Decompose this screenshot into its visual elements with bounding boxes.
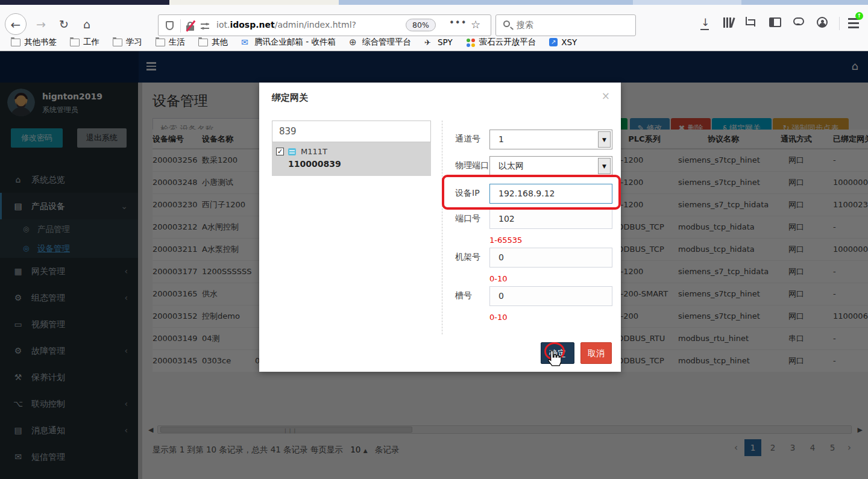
folder-icon [113,39,122,46]
tencent-icon: ✉ [241,39,251,46]
page-actions-icon[interactable]: ••• [449,17,467,28]
permissions-icon[interactable] [201,22,209,30]
field-label-机架号: 机架号 [455,252,480,263]
bookmark-item[interactable]: 学习 [113,37,142,48]
account-icon[interactable] [817,17,828,28]
chat-icon[interactable] [793,17,804,25]
gateway-id: 110000839 [288,159,341,169]
field-label-通道号: 通道号 [455,134,480,145]
insecure-lock-icon[interactable] [186,20,195,31]
field-hint: 0-10 [489,274,508,283]
gateway-name: M111T [301,147,327,156]
toolbar-divider [839,17,840,30]
bind-gateway-modal: 绑定网关 × 839 ✓ M111T 110000839 通道号1▼物理端口以太… [259,83,621,372]
gateway-search-input[interactable]: 839 [272,121,431,142]
urlbar-divider [180,19,181,33]
bookmarks-bar: 其他书签工作学习生活其他✉腾讯企业邮箱 - 收件箱⊕综合管理平台✈SPY萤石云开… [0,33,868,51]
bookmark-label: 生活 [169,37,185,48]
update-badge: ↑ [855,12,863,20]
bookmark-label: 其他 [212,37,228,48]
sidebar-toggle-icon[interactable] [769,17,781,27]
titlebar-light-segment [633,0,741,5]
field-hint: 1-65535 [489,236,522,245]
bookmark-item[interactable]: 其他书签 [11,37,57,48]
input-端口号[interactable]: 102 [489,209,612,229]
modal-divider [442,121,442,334]
field-label-槽号: 槽号 [455,290,472,301]
bookmark-item[interactable]: 其他 [198,37,228,48]
bookmark-label: XSY [561,37,577,47]
dropdown-arrow-icon[interactable]: ▼ [598,158,611,174]
select-物理端口[interactable]: 以太网▼ [489,156,612,176]
bookmark-label: SPY [438,37,453,47]
screenshot-icon[interactable] [743,16,759,31]
folder-icon [70,39,80,46]
cancel-button[interactable]: 取消 [580,342,612,364]
webpage: ⌂ hignton2019 系统管理员 修改密码 退出系统 ⌂系统总览▤产品设备… [0,51,868,479]
bookmark-label: 腾讯企业邮箱 - 收件箱 [254,37,336,48]
bookmark-item[interactable]: ✉腾讯企业邮箱 - 收件箱 [241,37,336,48]
bookmark-label: 综合管理平台 [362,37,411,48]
back-button[interactable]: ← [5,13,27,35]
gateway-icon [288,148,296,155]
bookmark-item[interactable]: 生活 [156,37,185,48]
annotation-highlight-rect [442,175,621,210]
plane-icon: ✈ [424,39,434,46]
titlebar-blue-segment [339,0,868,5]
field-label-端口号: 端口号 [455,213,480,224]
bookmark-item[interactable]: 工作 [70,37,99,48]
zoom-level-badge[interactable]: 80% [406,19,436,31]
bookmark-star-icon[interactable]: ☆ [471,18,480,31]
input-槽号[interactable]: 0 [489,286,612,306]
checkbox-checked-icon[interactable]: ✓ [276,148,284,155]
library-icon[interactable] [720,16,736,31]
folder-icon [11,39,20,46]
dropdown-arrow-icon[interactable]: ▼ [598,131,611,148]
browser-chrome: ← → ↻ ⌂ iot.idosp.net/admin/index.html? … [0,0,868,51]
dots-icon [466,39,476,46]
bookmark-item[interactable]: ✈SPY [424,37,453,47]
close-icon[interactable]: × [602,90,610,102]
titlebar-dark-segment [0,0,169,5]
tracking-shield-icon[interactable] [166,21,174,30]
field-label-物理端口: 物理端口 [455,160,489,171]
xsy-icon: ↗ [549,38,558,46]
browser-home-button[interactable]: ⌂ [77,13,96,35]
window-tab-strip [0,0,868,5]
folder-icon [198,39,208,46]
select-通道号[interactable]: 1▼ [489,130,612,149]
browser-toolbar: ← → ↻ ⌂ iot.idosp.net/admin/index.html? … [0,5,868,33]
field-hint: 0-10 [489,313,508,322]
modal-title: 绑定网关 [272,92,308,104]
mouse-cursor-icon [546,349,561,367]
hamburger-menu-icon[interactable]: ↑ [847,17,861,29]
input-机架号[interactable]: 0 [489,248,612,268]
globe-icon: ⊕ [349,39,359,46]
forward-button[interactable]: → [31,13,51,35]
search-icon [503,20,510,27]
bookmark-label: 萤石云开放平台 [479,37,536,48]
url-text[interactable]: iot.idosp.net/admin/index.html? [216,20,356,30]
bookmark-label: 工作 [83,37,99,48]
bookmark-item[interactable]: ↗XSY [549,37,577,47]
downloads-icon[interactable]: ↓ [697,16,713,31]
reload-button[interactable]: ↻ [54,13,74,35]
folder-icon [156,39,165,46]
bookmark-label: 学习 [126,37,142,48]
bookmark-item[interactable]: 萤石云开放平台 [466,37,536,48]
gateway-list-item[interactable]: ✓ M111T 110000839 [272,142,431,176]
search-placeholder: 搜索 [517,20,533,31]
bookmark-label: 其他书签 [24,37,57,48]
bookmark-item[interactable]: ⊕综合管理平台 [349,37,411,48]
